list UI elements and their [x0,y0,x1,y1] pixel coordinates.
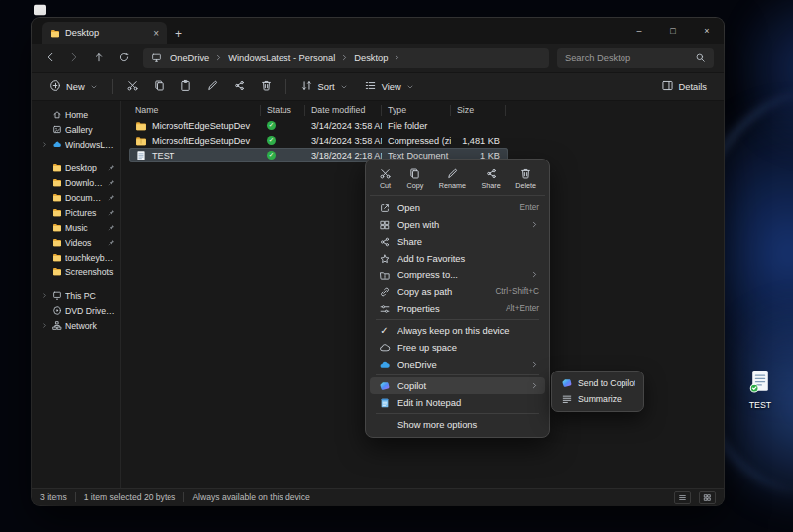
status-bar: 3 items 1 item selected 20 bytes Always … [32,488,724,505]
sidebar-item-desktop[interactable]: Desktop [37,160,117,175]
maximize-button[interactable]: □ [656,18,690,44]
sidebar-item-pictures[interactable]: Pictures [37,205,117,220]
status-divider [75,492,76,502]
sidebar-item-screenshots[interactable]: Screenshots [37,265,117,279]
sidebar-item-network[interactable]: Network [37,318,117,333]
sort-button[interactable]: Sort [293,76,355,97]
quick-action-cut[interactable]: Cut [375,165,396,192]
copy-button[interactable] [147,76,171,98]
rename-button[interactable] [200,76,225,98]
menu-item-share[interactable]: Share [370,233,545,250]
column-header-date-modified[interactable]: Date modified [305,105,382,116]
sidebar-item-label: Videos [65,238,105,248]
menu-item-always-keep-on-this-device[interactable]: ✓Always keep on this device [370,322,545,339]
menu-item-open-with[interactable]: Open with [370,216,545,233]
grid-view-toggle[interactable] [699,491,716,504]
menu-shortcut: Enter [519,203,539,212]
view-button[interactable]: View [357,76,421,97]
submenu-item-send-to-copilot[interactable]: Send to Copilot [556,375,639,391]
list-view-toggle[interactable] [674,491,691,504]
sidebar-item-label: touchkeyboard [65,253,115,263]
menu-item-compress-to[interactable]: Compress to... [370,266,545,283]
menu-item-copilot[interactable]: Copilot [370,377,545,394]
dvd-icon [52,305,62,316]
sidebar-item-dvd-drive-d-ccc[interactable]: DVD Drive (D:) CCC [37,303,117,318]
paste-button[interactable] [173,76,198,98]
menu-item-onedrive[interactable]: OneDrive [370,356,545,372]
refresh-button[interactable] [112,48,135,69]
breadcrumb-item[interactable]: WindowsLatest - Personal [224,53,339,64]
favorite-icon [378,253,391,265]
quick-actions: CutCopyRenameShareDelete [370,163,545,196]
file-status-cell: ✓ [261,136,305,145]
menu-item-properties[interactable]: PropertiesAlt+Enter [370,300,545,317]
close-button[interactable]: × [690,18,724,44]
menu-item-show-more-options[interactable]: Show more options [370,416,545,433]
column-header-type[interactable]: Type [382,105,451,116]
new-button[interactable]: New [42,76,105,97]
toolbar-separator [285,79,286,94]
cut-button[interactable] [120,76,145,98]
search-input[interactable] [565,53,689,63]
back-button[interactable] [38,48,60,69]
tab-close-icon[interactable]: × [150,28,162,39]
context-menu-items: OpenEnterOpen withShareAdd to FavoritesC… [370,199,545,433]
tab-desktop[interactable]: Desktop × [42,22,167,44]
column-header-name[interactable]: Name [129,105,261,116]
cloud-icon [378,342,391,354]
file-type-cell: Compressed (zipp... [382,136,451,146]
sidebar-item-home[interactable]: Home [37,107,117,122]
forward-button[interactable] [62,48,85,69]
quick-action-copy[interactable]: Copy [403,165,428,192]
menu-item-open[interactable]: OpenEnter [370,199,545,216]
up-button[interactable] [87,48,110,69]
sidebar-item-label: Music [65,223,105,233]
desktop-shortcut-test[interactable]: TEST [737,369,783,410]
quick-action-rename[interactable]: Rename [435,165,470,192]
menu-item-copy-as-path[interactable]: Copy as pathCtrl+Shift+C [370,283,545,300]
share-button[interactable] [227,76,252,98]
menu-item-free-up-space[interactable]: Free up space [370,339,545,356]
file-date-cell: 3/14/2024 3:58 AM [305,121,382,131]
menu-item-label: Copilot [397,380,523,391]
pin-icon [108,164,115,171]
sidebar-item-documents[interactable]: Documents [37,190,117,205]
quick-action-delete[interactable]: Delete [511,165,540,192]
file-row[interactable]: MicrosoftEdgeSetupDev✓3/14/2024 3:58 AMF… [129,118,508,133]
submenu-item-summarize[interactable]: Summarize [556,391,639,407]
new-tab-button[interactable]: + [175,27,182,41]
sidebar-item-this-pc[interactable]: This PC [37,288,117,303]
tab-title: Desktop [65,28,145,38]
home-icon [52,109,62,120]
sidebar-item-label: Downloads [65,178,105,188]
sidebar-item-music[interactable]: Music [37,220,117,235]
file-size-cell: 1,481 KB [451,136,506,146]
share-icon [378,236,391,248]
sidebar-item-windowslatest-p[interactable]: WindowsLatest - P [37,137,117,152]
quick-action-label: Delete [515,181,536,190]
breadcrumb-item[interactable]: OneDrive [167,53,213,64]
sidebar-item-gallery[interactable]: Gallery [37,122,117,137]
file-row[interactable]: MicrosoftEdgeSetupDev✓3/14/2024 3:58 AMC… [129,133,508,148]
sidebar-item-label: DVD Drive (D:) CCC [65,306,115,316]
menu-item-label: Share [397,236,539,247]
minimize-button[interactable]: – [623,18,656,44]
quick-action-share[interactable]: Share [478,165,505,192]
column-header-size[interactable]: Size [451,105,506,116]
sidebar-item-downloads[interactable]: Downloads [37,175,117,190]
breadcrumb[interactable]: OneDriveWindowsLatest - PersonalDesktop [143,48,549,68]
sidebar-item-videos[interactable]: Videos [37,235,117,250]
sidebar-item-label: Home [65,110,115,120]
sidebar-item-touchkeyboard[interactable]: touchkeyboard [37,250,117,265]
details-button[interactable]: Details [654,76,714,97]
column-header-status[interactable]: Status [261,105,305,116]
menu-item-label: Free up space [397,342,539,353]
search-box[interactable] [557,48,714,68]
breadcrumb-item[interactable]: Desktop [350,53,392,64]
command-toolbar: New Sort View Details [32,73,724,101]
menu-item-edit-in-notepad[interactable]: Edit in Notepad [370,394,545,411]
menu-item-add-to-favorites[interactable]: Add to Favorites [370,250,545,266]
desktop-icon-partial[interactable] [33,2,47,14]
delete-button[interactable] [254,76,279,98]
sort-button-label: Sort [318,82,335,92]
